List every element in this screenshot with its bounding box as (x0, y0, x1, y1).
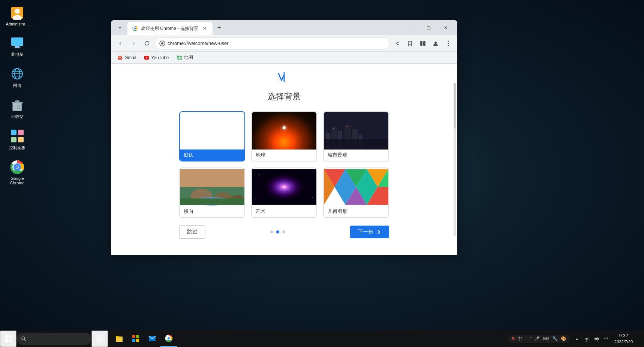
page-content: 选择背景 默认 地球 (111, 64, 457, 246)
taskbar-mail[interactable] (144, 331, 160, 347)
bg-item-geo[interactable]: 几何图形 (323, 168, 389, 218)
scrollbar[interactable] (454, 83, 456, 236)
recycle-icon (10, 97, 25, 112)
svg-rect-88 (132, 335, 135, 338)
taskbar-chrome[interactable] (160, 331, 177, 347)
desktop-icon-network[interactable]: 网络 (4, 65, 31, 90)
bg-item-earth[interactable]: 地球 (251, 111, 317, 162)
bg-item-landscape[interactable]: 横向 (179, 168, 245, 218)
ime-punct[interactable]: ° (529, 336, 532, 341)
background-grid: 默认 地球 (179, 111, 389, 218)
chrome-bookmarks-bar: Gmail YouTube (111, 52, 457, 64)
volume-icon[interactable] (593, 335, 600, 343)
svg-rect-78 (5, 339, 8, 342)
show-hidden-icons[interactable]: ▲ (573, 335, 581, 343)
pagination-dot-1 (270, 230, 273, 233)
svg-point-53 (338, 131, 339, 132)
maps-label: 地图 (184, 54, 193, 61)
forward-button[interactable] (127, 37, 139, 49)
network-status-icon[interactable] (583, 335, 590, 343)
skip-button[interactable]: 跳过 (179, 225, 205, 239)
reading-mode-button[interactable] (417, 37, 429, 49)
svg-point-51 (333, 128, 334, 129)
new-tab-button[interactable]: + (214, 22, 225, 33)
address-text: chrome://welcome/new-user (168, 40, 385, 46)
svg-rect-17 (11, 130, 16, 135)
ime-mic[interactable]: 🎤 (533, 336, 541, 341)
taskbar-search[interactable] (16, 333, 91, 345)
svg-point-80 (22, 337, 25, 340)
share-button[interactable] (391, 37, 403, 49)
svg-rect-3 (11, 37, 23, 46)
svg-point-27 (134, 28, 136, 30)
svg-point-62 (263, 173, 306, 201)
bookmark-youtube[interactable]: YouTube (141, 53, 172, 62)
bg-geo-preview (324, 168, 388, 206)
bookmark-maps[interactable]: 地图 (174, 53, 196, 62)
minimize-button[interactable]: – (403, 22, 420, 34)
ime-status-icon[interactable]: 中 (602, 335, 610, 343)
admin-icon-label: Administra... (6, 22, 28, 26)
profile-button[interactable] (430, 37, 442, 49)
task-view-button[interactable] (91, 331, 108, 347)
chrome-app-icon (10, 160, 25, 175)
ime-bar[interactable]: S 中 · ° 🎤 ⌨ 🔧 🎨 (509, 335, 569, 343)
bg-item-default[interactable]: 默认 (179, 111, 245, 162)
taskbar-clock[interactable]: 9:32 2022/7/20 (611, 333, 636, 345)
bg-item-art[interactable]: 艺术 (251, 168, 317, 218)
svg-marker-39 (177, 56, 182, 60)
ime-keyboard[interactable]: ⌨ (542, 336, 550, 341)
this-pc-icon-label: 此电脑 (11, 52, 24, 57)
clock-date: 2022/7/20 (614, 339, 633, 345)
svg-point-52 (347, 126, 348, 127)
desktop-icon-recycle[interactable]: 回收站 (4, 96, 31, 121)
taskbar-system-tray: S 中 · ° 🎤 ⌨ 🔧 🎨 ▲ (509, 331, 641, 346)
pagination-dots (270, 230, 285, 233)
start-button[interactable] (0, 331, 16, 347)
desktop-icon-control-panel[interactable]: 控制面板 (4, 127, 31, 152)
more-options-button[interactable] (442, 37, 454, 49)
bg-landscape-label: 横向 (180, 206, 244, 217)
chrome-tab-title: 欢迎使用 Chrome - 选择背景 (141, 25, 198, 32)
bg-city-label: 城市景观 (324, 150, 388, 161)
svg-point-66 (255, 199, 256, 200)
taskbar-file-explorer[interactable] (111, 331, 127, 347)
tab-dropdown-button[interactable] (114, 22, 126, 34)
chrome-tab-close-button[interactable]: ✕ (201, 25, 208, 32)
show-desktop-button[interactable] (639, 331, 641, 346)
svg-point-65 (312, 197, 313, 198)
bg-default-label: 默认 (180, 150, 244, 161)
bg-art-label: 艺术 (252, 206, 316, 217)
ime-lang[interactable]: 中 (517, 336, 523, 342)
close-button[interactable]: ✕ (437, 22, 454, 34)
bg-art-preview (252, 168, 316, 206)
bookmark-gmail[interactable]: Gmail (114, 53, 139, 62)
gmail-label: Gmail (124, 55, 136, 60)
network-icon-label: 网络 (13, 83, 21, 88)
network-icon (10, 66, 25, 81)
chrome-app-icon-label: Google Chrome (5, 176, 29, 185)
svg-point-95 (168, 337, 170, 340)
bg-item-city[interactable]: 城市景观 (323, 111, 389, 162)
taskbar-store[interactable] (127, 331, 144, 347)
bg-earth-label: 地球 (252, 150, 316, 161)
svg-rect-13 (15, 100, 19, 102)
next-button[interactable]: 下一步 (350, 226, 389, 238)
desktop-icon-chrome[interactable]: Google Chrome (4, 158, 31, 187)
desktop-icon-this-pc[interactable]: 此电脑 (4, 34, 31, 59)
ime-skin[interactable]: 🎨 (560, 336, 567, 341)
reload-button[interactable] (141, 37, 153, 49)
bg-geo-label: 几何图形 (324, 206, 388, 217)
svg-rect-36 (118, 56, 122, 60)
youtube-label: YouTube (151, 55, 169, 60)
address-bar[interactable]: chrome://welcome/new-user (154, 37, 390, 49)
desktop-icon-admin[interactable]: Administra... (4, 4, 31, 28)
back-button[interactable] (114, 37, 126, 49)
bookmark-button[interactable] (404, 37, 416, 49)
bg-default-preview (180, 112, 244, 150)
maximize-button[interactable]: ▢ (420, 22, 437, 34)
ime-tools[interactable]: 🔧 (551, 336, 559, 341)
svg-rect-50 (324, 139, 388, 150)
svg-rect-19 (11, 137, 16, 142)
chrome-tab-active[interactable]: 欢迎使用 Chrome - 选择背景 ✕ (127, 22, 213, 35)
